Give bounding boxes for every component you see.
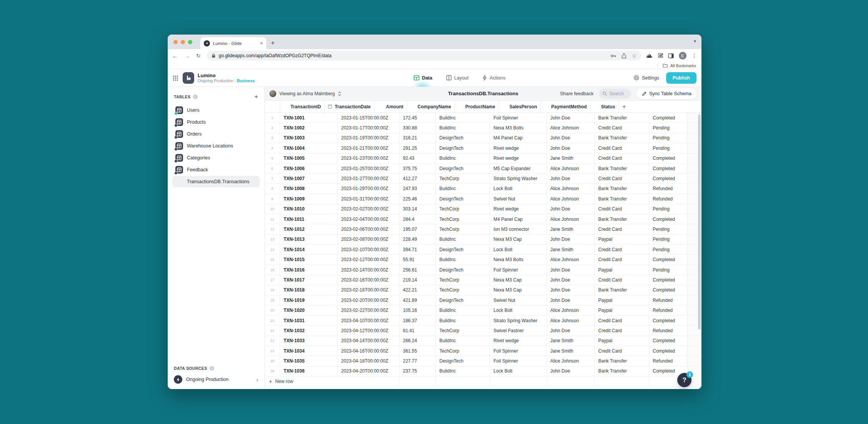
cell-status[interactable]: Completed: [649, 336, 688, 346]
data-sources-info-icon[interactable]: i: [210, 366, 214, 371]
cell-transaction-id[interactable]: TXN-1015: [280, 255, 338, 264]
cell-transaction-date[interactable]: 2023-01-27T00:00:00Z: [338, 174, 399, 183]
cell-sales-person[interactable]: Jane Smith: [547, 336, 595, 346]
cell-transaction-date[interactable]: 2023-04-14T00:00:00Z: [338, 336, 399, 346]
data-source-item[interactable]: Ongoing Production ›: [172, 372, 260, 385]
column-header[interactable]: ProductName: [455, 101, 499, 113]
tables-info-icon[interactable]: i: [193, 94, 198, 99]
settings-button[interactable]: Settings: [634, 75, 659, 81]
cell-sales-person[interactable]: John Doe: [547, 265, 595, 275]
cell-payment-method[interactable]: Credit Card: [595, 154, 649, 163]
cell-transaction-id[interactable]: TXN-1005: [280, 154, 338, 163]
cell-product-name[interactable]: Foil Spinner: [490, 356, 547, 366]
cell-transaction-date[interactable]: 2023-02-02T00:00:00Z: [338, 204, 399, 214]
cell-transaction-id[interactable]: TXN-1018: [280, 285, 338, 295]
cell-amount[interactable]: 105.16: [399, 305, 436, 315]
cell-status[interactable]: Pending: [649, 265, 688, 275]
cell-product-name[interactable]: Rivet wedge: [490, 143, 547, 153]
cell-company-name[interactable]: TechCorp: [436, 204, 490, 214]
cell-amount[interactable]: 219.14: [399, 275, 436, 285]
cell-payment-method[interactable]: Credit Card: [595, 316, 649, 325]
sidebar-table-item[interactable]: Categories: [172, 152, 260, 164]
forward-icon[interactable]: →: [184, 53, 190, 59]
cell-amount[interactable]: 195.07: [399, 224, 436, 234]
cell-product-name[interactable]: M5 Cap Expander: [490, 164, 547, 173]
lumino-logo-icon[interactable]: [183, 72, 194, 84]
browser-profile-avatar[interactable]: E: [679, 52, 686, 60]
cell-transaction-id[interactable]: TXN-1008: [280, 184, 338, 194]
cell-transaction-date[interactable]: 2023-01-21T00:00:00Z: [338, 143, 399, 153]
cell-payment-method[interactable]: Credit Card: [595, 326, 649, 335]
cell-sales-person[interactable]: Alice Johnson: [547, 164, 595, 173]
cell-status[interactable]: Refunded: [649, 356, 688, 366]
cell-status[interactable]: Refunded: [649, 194, 688, 204]
cell-company-name[interactable]: TechCorp: [436, 346, 490, 356]
cell-sales-person[interactable]: Alice Johnson: [547, 194, 595, 204]
nav-tab[interactable]: Data: [413, 69, 432, 86]
password-key-icon[interactable]: [611, 54, 616, 58]
cell-amount[interactable]: 55.91: [399, 255, 436, 264]
cell-amount[interactable]: 375.75: [399, 164, 436, 173]
cell-payment-method[interactable]: Credit Card: [595, 204, 649, 214]
column-header[interactable]: TransactionDate: [325, 101, 374, 113]
cell-amount[interactable]: 256.61: [399, 265, 436, 275]
cell-transaction-id[interactable]: TXN-1004: [280, 143, 338, 153]
cell-product-name[interactable]: Rivet wedge: [490, 336, 547, 346]
extension-hat-icon[interactable]: [646, 53, 653, 58]
cell-company-name[interactable]: TechCorp: [436, 275, 490, 285]
cell-transaction-id[interactable]: TXN-1020: [280, 305, 338, 315]
cell-transaction-date[interactable]: 2023-04-20T00:00:00Z: [338, 366, 399, 376]
all-bookmarks-label[interactable]: All Bookmarks: [670, 63, 696, 68]
cell-transaction-id[interactable]: TXN-1007: [280, 174, 338, 183]
cell-product-name[interactable]: Swivel Nut: [490, 295, 547, 305]
cell-sales-person[interactable]: Alice Johnson: [547, 255, 595, 264]
cell-company-name[interactable]: DesignTech: [436, 245, 490, 254]
cell-status[interactable]: Pending: [649, 123, 688, 132]
cell-company-name[interactable]: BuildInc: [436, 184, 490, 194]
cell-transaction-id[interactable]: TXN-1034: [280, 346, 338, 356]
cell-transaction-id[interactable]: TXN-1006: [280, 164, 338, 173]
cell-amount[interactable]: 237.75: [399, 366, 436, 376]
sidebar-table-item[interactable]: Feedback: [172, 164, 260, 176]
cell-product-name[interactable]: Ion M3 connector: [490, 224, 547, 234]
cell-amount[interactable]: 394.71: [399, 245, 436, 254]
sync-table-schema-button[interactable]: Sync Table Schema: [637, 88, 697, 99]
cell-product-name[interactable]: Foil Spinner: [490, 346, 547, 356]
cell-transaction-id[interactable]: TXN-1033: [280, 336, 338, 346]
new-row[interactable]: + New row: [265, 376, 701, 387]
window-controls[interactable]: [173, 40, 192, 44]
help-button[interactable]: ? 1: [677, 373, 691, 387]
cell-company-name[interactable]: TechCorp: [436, 326, 490, 335]
cell-company-name[interactable]: BuildInc: [436, 255, 490, 264]
cell-amount[interactable]: 303.14: [399, 204, 436, 214]
cell-status[interactable]: Completed: [649, 285, 688, 295]
window-close-dot[interactable]: [173, 40, 178, 44]
cell-status[interactable]: Refunded: [649, 326, 688, 335]
cell-transaction-date[interactable]: 2023-02-04T00:00:00Z: [338, 214, 399, 224]
cell-transaction-date[interactable]: 2023-02-10T00:00:00Z: [338, 245, 399, 254]
cell-company-name[interactable]: BuildInc: [436, 336, 490, 346]
cell-sales-person[interactable]: Jane Smith: [547, 245, 595, 254]
cell-product-name[interactable]: Rivet wedge: [490, 154, 547, 163]
cell-transaction-date[interactable]: 2023-02-20T00:00:00Z: [338, 295, 399, 305]
cell-sales-person[interactable]: Jane Smith: [547, 154, 595, 163]
cell-transaction-date[interactable]: 2023-01-31T00:00:00Z: [338, 194, 399, 204]
cell-product-name[interactable]: Nexa M3 Bolts: [490, 255, 547, 264]
cell-amount[interactable]: 81.41: [399, 326, 436, 335]
tab-strip-chevron-icon[interactable]: ▼: [693, 39, 697, 43]
extensions-puzzle-icon[interactable]: [658, 53, 663, 58]
reload-icon[interactable]: ↻: [196, 53, 201, 59]
cell-sales-person[interactable]: John Doe: [547, 326, 595, 335]
sidebar-table-item[interactable]: Products: [172, 116, 260, 128]
cell-company-name[interactable]: DesignTech: [436, 133, 490, 143]
cell-transaction-id[interactable]: TXN-1032: [280, 326, 338, 335]
cell-sales-person[interactable]: Alice Johnson: [547, 184, 595, 194]
cell-sales-person[interactable]: John Doe: [547, 275, 595, 285]
add-table-button[interactable]: +: [254, 93, 258, 101]
cell-payment-method[interactable]: Bank Transfer: [595, 113, 649, 123]
search-box[interactable]: [599, 89, 631, 99]
cell-transaction-id[interactable]: TXN-1011: [280, 214, 338, 224]
cell-status[interactable]: Pending: [649, 235, 688, 244]
cell-sales-person[interactable]: Alice Johnson: [547, 214, 595, 224]
cell-transaction-date[interactable]: 2023-02-12T00:00:00Z: [338, 255, 399, 264]
